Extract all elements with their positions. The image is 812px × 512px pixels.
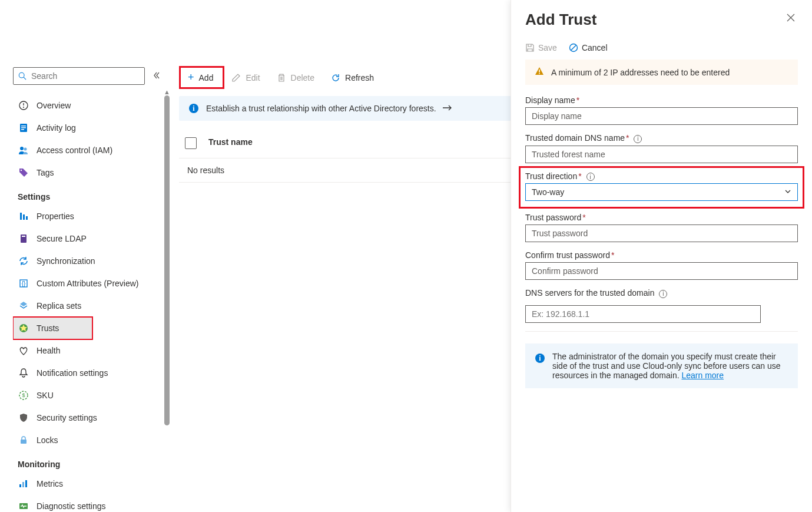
iam-icon	[18, 144, 29, 156]
col-trust-name[interactable]: Trust name	[208, 137, 529, 151]
arrow-right-icon	[442, 104, 453, 113]
sidebar-item-ldap[interactable]: Secure LDAP	[13, 227, 170, 250]
overview-icon	[18, 100, 29, 111]
sidebar-item-label: Security settings	[37, 413, 97, 422]
collapse-sidebar-icon[interactable]	[151, 69, 163, 83]
svg-rect-25	[25, 480, 27, 487]
sku-icon: $	[18, 389, 29, 401]
chevron-down-icon	[784, 187, 791, 197]
trust-password-field[interactable]	[525, 224, 798, 242]
svg-rect-12	[20, 213, 22, 220]
sidebar-item-label: Properties	[37, 212, 74, 221]
add-button[interactable]: + Add	[181, 68, 220, 87]
trusts-icon	[18, 322, 29, 334]
info-text: Establish a trust relationship with othe…	[206, 104, 436, 113]
trust-direction-group: Trust direction* i Two-way	[521, 168, 803, 207]
search-input[interactable]	[31, 71, 140, 81]
info-tooltip-icon[interactable]: i	[659, 290, 667, 298]
dns-servers-field[interactable]	[525, 305, 761, 323]
props-icon	[18, 210, 29, 222]
sidebar-item-props[interactable]: Properties	[13, 205, 170, 227]
warning-box: A minimum of 2 IP addresses need to be e…	[525, 60, 798, 85]
sidebar-item-label: Activity log	[37, 123, 76, 133]
dns-name-field[interactable]	[525, 146, 798, 163]
ldap-icon	[18, 233, 29, 245]
sidebar-item-metrics[interactable]: Metrics	[13, 473, 170, 495]
sidebar-item-diag[interactable]: Diagnostic settings	[13, 495, 170, 512]
save-button[interactable]: Save	[525, 43, 557, 52]
dns-servers-label: DNS servers for the trusted domain i	[525, 288, 798, 298]
sidebar-item-activity[interactable]: Activity log	[13, 117, 170, 139]
svg-rect-16	[22, 236, 25, 237]
refresh-icon	[331, 73, 340, 82]
sidebar: OverviewActivity logAccess control (IAM)…	[0, 0, 170, 512]
close-icon[interactable]	[784, 11, 798, 27]
info-tooltip-icon[interactable]: i	[634, 135, 642, 143]
health-icon	[18, 345, 29, 356]
svg-rect-14	[26, 216, 28, 220]
sidebar-item-label: Secure LDAP	[37, 234, 87, 243]
sidebar-item-bell[interactable]: Notification settings	[13, 362, 170, 384]
sync-icon	[18, 255, 29, 267]
sidebar-item-overview[interactable]: Overview	[13, 94, 170, 117]
learn-more-link[interactable]: Learn more	[681, 371, 724, 380]
svg-rect-8	[21, 129, 24, 130]
metrics-icon	[18, 478, 29, 490]
sidebar-item-shield[interactable]: Security settings	[13, 407, 170, 429]
cancel-button[interactable]: Cancel	[569, 43, 608, 52]
warning-text: A minimum of 2 IP addresses need to be e…	[551, 68, 730, 77]
lock-icon	[18, 434, 29, 446]
svg-text:$: $	[22, 392, 25, 398]
svg-rect-23	[19, 484, 21, 487]
svg-rect-24	[22, 482, 24, 487]
note-box: i The administrator of the domain you sp…	[525, 343, 798, 388]
shield-icon	[18, 412, 29, 424]
select-all-checkbox[interactable]	[185, 137, 197, 149]
sidebar-item-label: Replica sets	[37, 301, 81, 310]
refresh-button[interactable]: Refresh	[324, 70, 381, 86]
sidebar-item-health[interactable]: Health	[13, 339, 170, 362]
sidebar-item-iam[interactable]: Access control (IAM)	[13, 139, 170, 161]
sidebar-item-trusts[interactable]: Trusts	[13, 317, 92, 339]
svg-text:{}: {}	[22, 280, 26, 287]
panel-title: Add Trust	[525, 11, 596, 29]
dns-name-label: Trusted domain DNS name* i	[525, 133, 798, 143]
trust-password-label: Trust password*	[525, 213, 798, 222]
sidebar-section-title: Monitoring	[13, 451, 170, 473]
trust-direction-label: Trust direction* i	[525, 171, 798, 181]
sidebar-item-replica[interactable]: Replica sets	[13, 295, 170, 317]
info-icon: i	[535, 353, 545, 365]
cancel-icon	[569, 43, 578, 52]
svg-rect-31	[539, 70, 540, 72]
custom-icon: {}	[18, 278, 29, 289]
sidebar-item-label: Metrics	[37, 479, 63, 488]
add-label: Add	[199, 73, 214, 82]
edit-button[interactable]: Edit	[224, 70, 267, 86]
sidebar-item-label: SKU	[37, 391, 54, 400]
sidebar-item-sync[interactable]: Synchronization	[13, 250, 170, 272]
diag-icon	[18, 500, 29, 512]
sidebar-search[interactable]	[13, 67, 145, 85]
tag-icon	[18, 167, 29, 179]
svg-point-11	[21, 170, 22, 171]
sidebar-item-custom[interactable]: {}Custom Attributes (Preview)	[13, 272, 170, 295]
sidebar-item-tag[interactable]: Tags	[13, 161, 170, 184]
sidebar-item-label: Custom Attributes (Preview)	[37, 279, 139, 288]
delete-button[interactable]: Delete	[270, 70, 322, 86]
svg-point-9	[20, 147, 24, 150]
bell-icon	[18, 367, 29, 379]
svg-line-30	[571, 45, 576, 50]
display-name-label: Display name*	[525, 95, 798, 105]
sidebar-item-label: Diagnostic settings	[37, 501, 106, 511]
info-tooltip-icon[interactable]: i	[586, 173, 595, 181]
confirm-password-field[interactable]	[525, 262, 798, 280]
scrollbar-thumb[interactable]	[164, 95, 170, 425]
display-name-field[interactable]	[525, 107, 798, 125]
sidebar-item-label: Health	[37, 346, 60, 355]
sidebar-item-sku[interactable]: $SKU	[13, 384, 170, 407]
svg-rect-13	[23, 214, 25, 220]
trust-direction-select[interactable]: Two-way	[525, 183, 798, 201]
sidebar-section-title: Settings	[13, 184, 170, 205]
sidebar-item-lock[interactable]: Locks	[13, 429, 170, 451]
trash-icon	[277, 73, 286, 82]
